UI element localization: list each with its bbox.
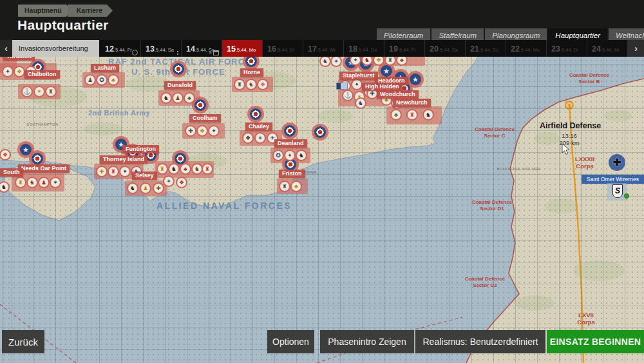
squadron-emblem-icon[interactable]: ✚ bbox=[153, 182, 164, 194]
squadron-emblem-icon[interactable]: ✪ bbox=[272, 150, 284, 161]
game-window: Airfield Defense 13:16 209 km ✚ Saint Om… bbox=[0, 0, 644, 363]
squadron-emblem-icon[interactable]: ✶ bbox=[163, 175, 175, 187]
squadron-emblem-icon[interactable]: ✦ bbox=[208, 125, 220, 137]
mission-time: 13:16 bbox=[553, 132, 586, 139]
squadron-emblem-icon[interactable]: ❖ bbox=[257, 79, 269, 90]
squadron-emblem-icon[interactable]: ♣ bbox=[290, 181, 302, 192]
site-label-dunsfold[interactable]: Dunsfold bbox=[164, 81, 196, 90]
squadron-emblem-icon[interactable]: ♜ bbox=[406, 109, 418, 121]
squadron-emblem-icon[interactable]: ❖ bbox=[242, 132, 254, 144]
site-label-chilbolton[interactable]: Chilbolton bbox=[24, 70, 60, 79]
squadron-emblem-icon[interactable]: ♜ bbox=[108, 166, 119, 177]
timeline-bar: ‹ Invasionsvorbereitung 12.5.44, Fr13.5.… bbox=[0, 40, 644, 57]
squadron-emblem-icon[interactable]: ✦ bbox=[2, 66, 14, 77]
squadron-emblem-icon[interactable]: ♞ bbox=[245, 79, 257, 90]
timeline-next-button[interactable]: › bbox=[628, 40, 644, 57]
balkenkreuz-icon: ✚ bbox=[613, 157, 621, 168]
squadron-emblem-icon[interactable]: ♞ bbox=[127, 182, 138, 194]
squadron-emblem-icon[interactable]: ✦ bbox=[119, 166, 131, 177]
squadron-emblem-icon[interactable]: ♜ bbox=[156, 163, 168, 175]
timeline-date-17-5-44[interactable]: 17.5.44, Mi bbox=[303, 40, 344, 57]
squadron-emblem-icon[interactable]: ⚓ bbox=[342, 90, 354, 101]
squadron-emblem-icon[interactable]: ♜ bbox=[45, 86, 57, 97]
start-mission-button[interactable]: EINSATZ BEGINNEN bbox=[547, 330, 644, 353]
squadron-emblem-icon[interactable]: ❖ bbox=[176, 177, 187, 188]
site-label-south[interactable]: South bbox=[0, 168, 23, 177]
options-button[interactable]: Optionen bbox=[267, 330, 314, 353]
squadron-emblem-icon[interactable]: ♞ bbox=[355, 97, 366, 109]
airfield-marker-raf-icon[interactable] bbox=[281, 123, 298, 139]
squadron-emblem-icon[interactable]: ❖ bbox=[196, 125, 208, 137]
airfield-marker-raf-icon[interactable] bbox=[247, 106, 264, 123]
timeline-date-23-5-44[interactable]: 23.5.44, Di bbox=[547, 40, 587, 57]
squadron-emblem-icon[interactable]: ♣ bbox=[180, 163, 191, 175]
squadron-emblem-icon[interactable]: ❖ bbox=[14, 66, 25, 77]
more-dots-icon bbox=[177, 51, 178, 52]
squadron-emblem-icon[interactable]: ✶ bbox=[33, 86, 45, 97]
back-button[interactable]: Zurück bbox=[2, 330, 44, 353]
site-label-newchurch[interactable]: Newchurch bbox=[393, 99, 431, 107]
squadron-emblem-icon[interactable]: ♞ bbox=[160, 92, 172, 104]
enemy-position-marker[interactable]: ✚ bbox=[609, 154, 625, 171]
squadron-emblem-icon[interactable]: ✚ bbox=[185, 125, 196, 137]
campaign-map[interactable]: Airfield Defense 13:16 209 km ✚ Saint Om… bbox=[0, 57, 644, 363]
squadron-emblem-icon[interactable]: ♣ bbox=[184, 92, 195, 104]
squadron-emblem-icon[interactable]: ✶ bbox=[50, 177, 61, 188]
squadron-emblem-icon[interactable]: ✚ bbox=[96, 166, 108, 177]
realism-button[interactable]: Realismus: Benutzerdefiniert bbox=[415, 330, 545, 353]
airfield-marker-raf-icon[interactable] bbox=[170, 61, 187, 77]
timeline-prev-button[interactable]: ‹ bbox=[0, 40, 12, 57]
timeline-date-24-5-44[interactable]: 24.5.44, Mi bbox=[587, 40, 628, 57]
site-label-friston[interactable]: Friston bbox=[279, 170, 305, 178]
timeline-date-21-5-44[interactable]: 21.5.44, So bbox=[466, 40, 506, 57]
site-label-woodchurch[interactable]: Woodchurch bbox=[377, 90, 419, 99]
phase-intro-button[interactable]: Phasenintro Zeigen bbox=[320, 330, 414, 353]
timeline-date-19-5-44[interactable]: 19.5.44, Fr bbox=[384, 40, 425, 57]
squadron-emblem-icon[interactable]: ♜ bbox=[234, 79, 245, 90]
naval-ensign-icon[interactable] bbox=[336, 83, 348, 90]
timeline-date-16-5-44[interactable]: 16.5.44, Di bbox=[263, 40, 303, 57]
airfield-marker-raf-icon[interactable] bbox=[312, 124, 328, 141]
timeline-date-12-5-44[interactable]: 12.5.44, Fr bbox=[100, 40, 141, 57]
squadron-emblem-icon[interactable]: ♞ bbox=[168, 163, 180, 175]
squadron-emblem-icon[interactable]: ✦ bbox=[284, 150, 296, 161]
squadron-emblem-icon[interactable]: ✪ bbox=[96, 74, 108, 86]
squadron-emblem-icon[interactable]: ♟ bbox=[172, 92, 184, 104]
timeline-date-14-5-44[interactable]: 14.5.44, So» bbox=[182, 40, 222, 57]
squadron-emblem-icon[interactable]: ♜ bbox=[279, 181, 290, 192]
squadron-emblem-icon[interactable]: ♟ bbox=[84, 74, 96, 86]
squadron-emblem-icon[interactable]: ♞ bbox=[296, 150, 307, 161]
site-label-deanland[interactable]: Deanland bbox=[274, 139, 307, 148]
site-label-staplehurst[interactable]: Staplehurst bbox=[339, 72, 378, 80]
unit-shield-icon[interactable]: S bbox=[612, 184, 623, 198]
timeline-phase-label[interactable]: Invasionsvorbereitung bbox=[12, 40, 99, 57]
breadcrumb-item-karriere[interactable]: Karriere bbox=[68, 5, 113, 17]
squadron-emblem-icon[interactable]: ♞ bbox=[422, 109, 434, 121]
squadron-emblem-icon[interactable]: ♜ bbox=[15, 177, 26, 188]
timeline-date-15-5-44[interactable]: 15.5.44, Mo bbox=[222, 40, 263, 57]
squadron-emblem-icon[interactable]: ♜ bbox=[202, 163, 213, 175]
site-label-needs-oar-point[interactable]: Needs Oar Point bbox=[18, 164, 70, 173]
site-label-thruxton[interactable]: Thruxton bbox=[3, 57, 35, 61]
squadron-emblem-icon[interactable]: ♟ bbox=[38, 177, 50, 188]
site-label-coolham[interactable]: Coolham bbox=[189, 114, 221, 123]
site-label-horne[interactable]: Horne bbox=[240, 68, 263, 77]
site-label-lasham[interactable]: Lasham bbox=[91, 64, 119, 72]
site-label-thorney-island[interactable]: Thorney Island bbox=[100, 155, 147, 164]
timeline-date-13-5-44[interactable]: 13.5.44, Sa bbox=[141, 40, 182, 57]
squadron-emblem-icon[interactable]: ♣ bbox=[108, 74, 119, 86]
site-label-chailey[interactable]: Chailey bbox=[245, 123, 272, 131]
timeline-date-18-5-44[interactable]: 18.5.44, Do bbox=[344, 40, 384, 57]
squadron-emblem-icon[interactable]: ♞ bbox=[26, 177, 38, 188]
timeline-date-22-5-44[interactable]: 22.5.44, Mo bbox=[506, 40, 547, 57]
squadron-emblem-icon[interactable]: ✶ bbox=[254, 132, 266, 144]
squadron-emblem-icon[interactable]: ✦ bbox=[351, 79, 363, 90]
breadcrumb-item-hauptmen[interactable]: Hauptmenü bbox=[18, 5, 72, 17]
timeline-date-20-5-44[interactable]: 20.5.44, Sa bbox=[425, 40, 466, 57]
site-label-funtington[interactable]: Funtington bbox=[122, 145, 159, 153]
squadron-emblem-icon[interactable]: ♣ bbox=[390, 109, 402, 121]
site-label-selsey[interactable]: Selsey bbox=[132, 172, 157, 180]
squadron-emblem-icon[interactable]: ♟ bbox=[140, 182, 151, 194]
calendar-icon bbox=[213, 50, 219, 55]
squadron-emblem-icon[interactable]: ⚓ bbox=[21, 86, 33, 97]
